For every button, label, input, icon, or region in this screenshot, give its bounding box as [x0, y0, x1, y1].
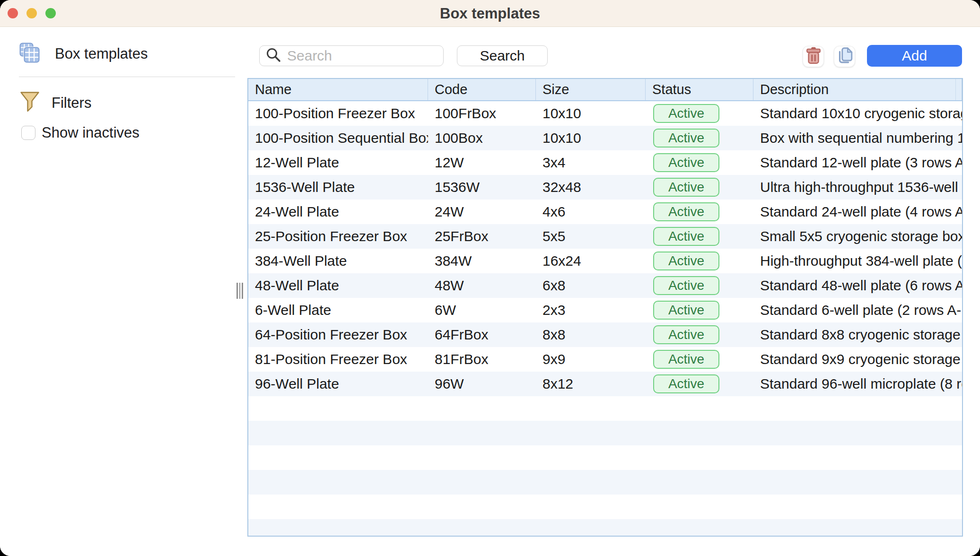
cell-size: 8x8 — [536, 322, 646, 347]
cell-code: 25FrBox — [428, 224, 536, 249]
cell-description: Standard 24-well plate (4 rows A-… — [753, 200, 962, 224]
table-body: 100-Position Freezer Box 100FrBox 10x10 … — [248, 101, 962, 537]
status-badge[interactable]: Active — [653, 129, 719, 148]
cell-description: Ultra high-throughput 1536-well pl… — [753, 175, 962, 200]
cell-description: Box with sequential numbering 1-1… — [753, 126, 962, 150]
search-button[interactable]: Search — [457, 45, 548, 66]
cell-status: Active — [646, 322, 753, 347]
cell-status: Active — [646, 298, 753, 322]
cell-size: 3x4 — [536, 150, 646, 175]
status-badge[interactable]: Active — [653, 178, 719, 197]
empty-row — [248, 495, 962, 519]
cell-status: Active — [646, 101, 753, 126]
sidebar-item-box-templates[interactable]: Box templates — [19, 42, 148, 66]
cell-code: 100FrBox — [428, 101, 536, 126]
search-input[interactable] — [287, 48, 438, 64]
empty-row — [248, 519, 962, 537]
cell-code: 81FrBox — [428, 347, 536, 372]
cell-code: 100Box — [428, 126, 536, 150]
cell-status: Active — [646, 347, 753, 372]
cell-code: 384W — [428, 249, 536, 273]
cell-description: Standard 48-well plate (6 rows A-… — [753, 273, 962, 298]
show-inactives-checkbox[interactable] — [21, 126, 35, 140]
table-row[interactable]: 24-Well Plate 24W 4x6 Active Standard 24… — [248, 200, 962, 224]
table-row[interactable]: 1536-Well Plate 1536W 32x48 Active Ultra… — [248, 175, 962, 200]
cell-description: Small 5x5 cryogenic storage box (… — [753, 224, 962, 249]
cell-name: 12-Well Plate — [248, 150, 428, 175]
status-badge[interactable]: Active — [653, 227, 719, 246]
window-title: Box templates — [0, 0, 980, 27]
status-badge[interactable]: Active — [653, 374, 719, 393]
status-badge[interactable]: Active — [653, 252, 719, 270]
empty-row — [248, 396, 962, 421]
cell-size: 5x5 — [536, 224, 646, 249]
cell-description: Standard 12-well plate (3 rows A-… — [753, 150, 962, 175]
empty-row — [248, 445, 962, 470]
empty-row — [248, 470, 962, 495]
cell-status: Active — [646, 372, 753, 396]
cell-name: 81-Position Freezer Box — [248, 347, 428, 372]
table-row[interactable]: 384-Well Plate 384W 16x24 Active High-th… — [248, 249, 962, 273]
table-row[interactable]: 64-Position Freezer Box 64FrBox 8x8 Acti… — [248, 322, 962, 347]
status-badge[interactable]: Active — [653, 104, 719, 123]
delete-button[interactable] — [803, 46, 824, 67]
cell-description: Standard 9x9 cryogenic storage b… — [753, 347, 962, 372]
titlebar: Box templates — [0, 0, 980, 27]
cell-size: 16x24 — [536, 249, 646, 273]
cell-status: Active — [646, 224, 753, 249]
table-row[interactable]: 25-Position Freezer Box 25FrBox 5x5 Acti… — [248, 224, 962, 249]
table-row[interactable]: 6-Well Plate 6W 2x3 Active Standard 6-we… — [248, 298, 962, 322]
show-inactives-row: Show inactives — [21, 124, 140, 141]
cell-name: 100-Position Freezer Box — [248, 101, 428, 126]
cell-code: 64FrBox — [428, 322, 536, 347]
cell-size: 4x6 — [536, 200, 646, 224]
status-badge[interactable]: Active — [653, 202, 719, 221]
status-badge[interactable]: Active — [653, 350, 719, 369]
add-button[interactable]: Add — [867, 45, 962, 67]
cell-name: 24-Well Plate — [248, 200, 428, 224]
column-header-code[interactable]: Code — [428, 79, 536, 100]
box-grid-icon — [19, 42, 41, 66]
box-templates-table: Name Code Size Status Description 100-Po… — [247, 78, 963, 537]
table-header: Name Code Size Status Description — [248, 79, 962, 101]
duplicate-button[interactable] — [834, 46, 855, 67]
sidebar-splitter-handle[interactable] — [236, 282, 244, 299]
app-window: Box templates Box templ — [0, 0, 980, 556]
table-row[interactable]: 100-Position Sequential Box 100Box 10x10… — [248, 126, 962, 150]
cell-status: Active — [646, 126, 753, 150]
cell-status: Active — [646, 200, 753, 224]
cell-size: 32x48 — [536, 175, 646, 200]
cell-code: 1536W — [428, 175, 536, 200]
search-icon — [265, 47, 281, 65]
table-row[interactable]: 81-Position Freezer Box 81FrBox 9x9 Acti… — [248, 347, 962, 372]
cell-name: 48-Well Plate — [248, 273, 428, 298]
cell-size: 10x10 — [536, 101, 646, 126]
table-row[interactable]: 96-Well Plate 96W 8x12 Active Standard 9… — [248, 372, 962, 396]
cell-description: High-throughput 384-well plate (1… — [753, 249, 962, 273]
status-badge[interactable]: Active — [653, 153, 719, 172]
status-badge[interactable]: Active — [653, 301, 719, 320]
table-row[interactable]: 12-Well Plate 12W 3x4 Active Standard 12… — [248, 150, 962, 175]
cell-status: Active — [646, 249, 753, 273]
cell-status: Active — [646, 273, 753, 298]
cell-code: 12W — [428, 150, 536, 175]
table-row[interactable]: 100-Position Freezer Box 100FrBox 10x10 … — [248, 101, 962, 126]
sidebar-divider — [19, 77, 235, 77]
cell-size: 10x10 — [536, 126, 646, 150]
sidebar-item-label: Box templates — [55, 45, 148, 62]
cell-name: 1536-Well Plate — [248, 175, 428, 200]
status-badge[interactable]: Active — [653, 276, 719, 295]
status-badge[interactable]: Active — [653, 325, 719, 344]
cell-name: 64-Position Freezer Box — [248, 322, 428, 347]
cell-name: 96-Well Plate — [248, 372, 428, 396]
cell-size: 9x9 — [536, 347, 646, 372]
empty-row — [248, 421, 962, 445]
column-header-description[interactable]: Description — [753, 79, 962, 100]
table-row[interactable]: 48-Well Plate 48W 6x8 Active Standard 48… — [248, 273, 962, 298]
column-header-name[interactable]: Name — [248, 79, 428, 100]
column-header-status[interactable]: Status — [646, 79, 753, 100]
cell-description: Standard 96-well microplate (8 ro… — [753, 372, 962, 396]
cell-size: 6x8 — [536, 273, 646, 298]
column-header-size[interactable]: Size — [536, 79, 646, 100]
filters-label: Filters — [52, 95, 91, 112]
